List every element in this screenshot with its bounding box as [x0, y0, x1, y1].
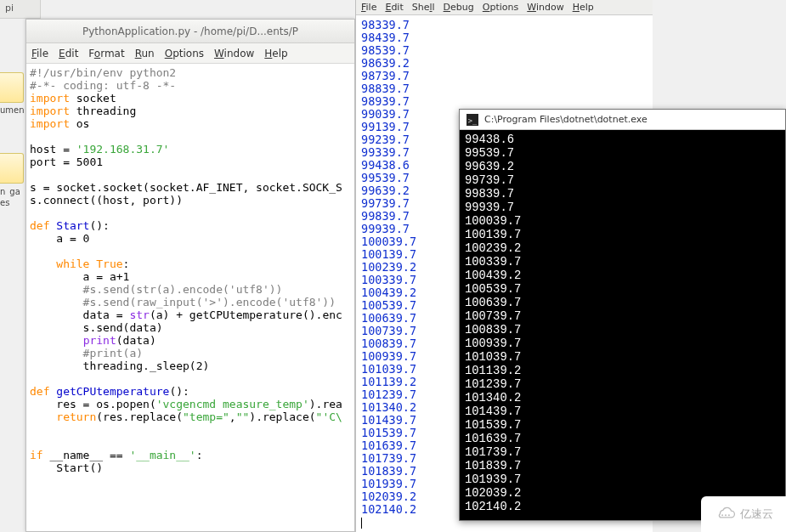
- watermark-text: 亿速云: [740, 507, 773, 522]
- svg-point-2: [721, 514, 723, 516]
- menu-help[interactable]: Help: [264, 48, 287, 59]
- desktop-folder-icon[interactable]: [0, 153, 24, 184]
- menu-window[interactable]: Window: [214, 48, 254, 59]
- desktop-folder-label: n_ga: [0, 187, 27, 196]
- menu-file[interactable]: File: [31, 48, 48, 59]
- svg-text:>_: >_: [468, 116, 478, 124]
- menu-format[interactable]: Format: [88, 48, 124, 59]
- editor-menubar: File Edit Format Run Options Window Help: [26, 43, 354, 64]
- svg-point-3: [725, 514, 727, 516]
- menu-file[interactable]: File: [361, 2, 376, 13]
- menu-options[interactable]: Options: [483, 2, 518, 13]
- menu-shell[interactable]: Shell: [412, 2, 435, 13]
- menu-debug[interactable]: Debug: [444, 2, 474, 13]
- code-editor[interactable]: #!/usr/bin/env python2 #-*- coding: utf-…: [26, 64, 354, 531]
- console-output[interactable]: 99438.6 99539.7 99639.2 99739.7 99839.7 …: [460, 130, 785, 520]
- console-title-text: C:\Program Files\dotnet\dotnet.exe: [484, 114, 647, 125]
- desktop-tab: pi: [0, 0, 41, 19]
- menu-edit[interactable]: Edit: [385, 2, 403, 13]
- svg-point-4: [727, 514, 729, 516]
- menu-window[interactable]: Window: [527, 2, 563, 13]
- editor-titlebar[interactable]: PythonApplication.py - /home/pi/D...ents…: [26, 20, 354, 43]
- menu-edit[interactable]: Edit: [59, 48, 78, 59]
- console-titlebar[interactable]: >_ C:\Program Files\dotnet\dotnet.exe: [460, 110, 785, 130]
- console-app-icon: >_: [467, 114, 478, 126]
- watermark: 亿速云: [701, 496, 786, 532]
- cloud-icon: [715, 507, 737, 522]
- desktop-folder-label: es: [0, 198, 27, 207]
- menu-options[interactable]: Options: [165, 48, 204, 59]
- dotnet-console-window: >_ C:\Program Files\dotnet\dotnet.exe 99…: [459, 109, 786, 521]
- menu-run[interactable]: Run: [135, 48, 155, 59]
- desktop-folder-icon[interactable]: [0, 72, 24, 103]
- shell-menubar: File Edit Shell Debug Options Window Hel…: [356, 0, 653, 15]
- menu-help[interactable]: Help: [573, 2, 594, 13]
- editor-window: PythonApplication.py - /home/pi/D...ents…: [25, 19, 355, 532]
- desktop-folder-label: umen: [0, 105, 27, 115]
